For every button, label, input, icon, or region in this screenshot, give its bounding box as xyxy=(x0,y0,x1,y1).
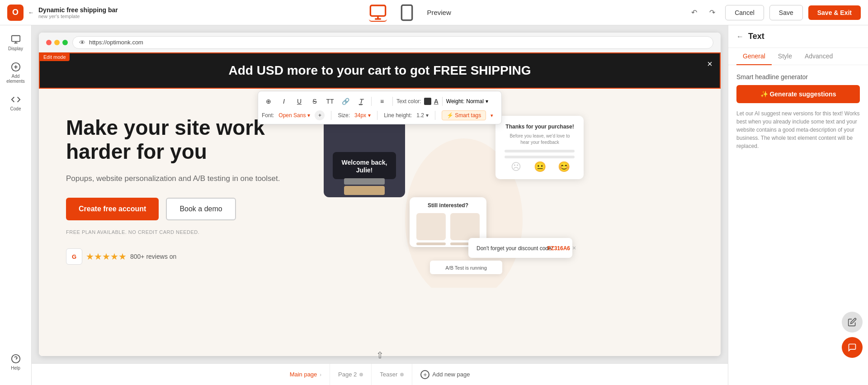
smart-tags-chevron[interactable]: ▾ xyxy=(491,113,493,119)
right-panel-header: ← Text xyxy=(728,25,868,48)
top-bar-center: Preview xyxy=(139,4,681,22)
panel-tabs: General Style Advanced xyxy=(728,48,868,65)
chat-fab-button[interactable] xyxy=(842,337,863,358)
main-page-label: Main page xyxy=(290,371,317,378)
svg-rect-0 xyxy=(371,5,386,16)
toolbar-row1: ⊕ I U S TT 🔗 T̲ ≡ Text color: A xyxy=(262,95,498,108)
back-button[interactable]: ← xyxy=(28,9,34,16)
add-font-btn[interactable]: + xyxy=(315,110,325,120)
svg-text:😊: 😊 xyxy=(558,161,571,173)
sidebar-item-display[interactable]: Display xyxy=(3,31,29,55)
line-height-value: 1.2 xyxy=(416,112,424,119)
line-height-selector[interactable]: 1.2 ▾ xyxy=(416,112,429,119)
sidebar-display-label: Display xyxy=(8,46,23,51)
line-height-chevron: ▾ xyxy=(426,112,429,119)
add-new-page-button[interactable]: + Add new page xyxy=(412,364,478,385)
sidebar-item-help[interactable]: Help xyxy=(3,350,29,374)
svg-text:Don't forget your discount cod: Don't forget your discount code: xyxy=(476,245,553,252)
panel-back-button[interactable]: ← xyxy=(736,33,744,41)
toolbar-underline-btn[interactable]: U xyxy=(292,95,306,108)
shipping-bar-popup[interactable]: Edit mode Add USD more to your cart to g… xyxy=(39,52,721,89)
svg-text:Still interested?: Still interested? xyxy=(428,202,468,209)
create-account-button[interactable]: Create free account xyxy=(66,198,159,220)
page-2-label: Page 2 xyxy=(338,371,357,378)
font-selector[interactable]: Open Sans ▾ xyxy=(278,112,310,119)
desktop-device-btn[interactable] xyxy=(369,4,387,22)
redo-button[interactable]: ↷ xyxy=(704,5,720,20)
svg-rect-26 xyxy=(416,242,446,245)
text-toolbar: ⊕ I U S TT 🔗 T̲ ≡ Text color: A xyxy=(258,91,502,124)
weight-label: Weight: xyxy=(446,98,464,105)
edit-fab-button[interactable] xyxy=(842,312,863,333)
size-selector[interactable]: 34px ▾ xyxy=(354,112,371,119)
toolbar-italic-btn[interactable]: I xyxy=(277,95,291,108)
tab-general[interactable]: General xyxy=(736,48,772,65)
sidebar-item-add-elements[interactable]: Add elements xyxy=(3,58,29,87)
g2-badge: G xyxy=(66,248,82,265)
book-demo-button[interactable]: Book a demo xyxy=(166,198,236,220)
toolbar-emoji-btn[interactable]: ⊕ xyxy=(262,95,275,108)
line-height-label: Line height: xyxy=(384,112,412,119)
shipping-bar-text[interactable]: Add USD more to your cart to got FREE SH… xyxy=(229,62,531,79)
svg-rect-33 xyxy=(505,156,575,158)
sidebar-bottom: Help xyxy=(3,350,29,380)
bottom-bar: Main page › Page 2 Teaser + Add new page xyxy=(32,363,728,385)
page-2-tab[interactable]: Page 2 xyxy=(330,364,372,385)
toolbar-text-transform-btn[interactable]: TT xyxy=(323,95,337,108)
underline-a: A xyxy=(434,98,439,105)
dot-yellow xyxy=(54,40,60,45)
save-button[interactable]: Save xyxy=(769,5,803,20)
sidebar-add-elements-label: Add elements xyxy=(5,74,26,84)
scroll-up-arrow[interactable]: ⇧ xyxy=(376,350,384,361)
top-bar: O ← Dynamic free shipping bar new yer's … xyxy=(0,0,868,25)
svg-text:Welcome back,: Welcome back, xyxy=(342,159,387,166)
save-exit-button[interactable]: Save & Exit xyxy=(808,5,861,20)
undo-button[interactable]: ↶ xyxy=(686,5,702,20)
toolbar-align-btn[interactable]: ≡ xyxy=(375,95,389,108)
shipping-bar-close[interactable]: × xyxy=(707,59,712,69)
page-2-dot xyxy=(359,373,363,376)
mobile-device-btn[interactable] xyxy=(398,4,416,22)
tab-style[interactable]: Style xyxy=(772,48,798,65)
color-swatch[interactable] xyxy=(424,98,431,105)
template-info: Dynamic free shipping bar new yer's temp… xyxy=(38,6,118,19)
stars: ★★★★★ xyxy=(86,251,127,262)
undo-redo-group: ↶ ↷ xyxy=(686,5,720,20)
svg-text:Thanks for your purchase!: Thanks for your purchase! xyxy=(505,124,574,130)
generate-suggestions-button[interactable]: ✨ Generate suggestions xyxy=(736,85,860,103)
weight-chevron[interactable]: ▾ xyxy=(486,98,488,105)
size-chevron: ▾ xyxy=(368,112,371,119)
sidebar-code-label: Code xyxy=(10,106,21,111)
svg-rect-3 xyxy=(402,5,412,20)
toolbar-text-style-btn[interactable]: T̲ xyxy=(354,95,368,108)
toolbar-divider5 xyxy=(377,111,377,120)
svg-text:FZ316A6: FZ316A6 xyxy=(547,245,570,252)
top-bar-right: ↶ ↷ Cancel Save Save & Exit xyxy=(686,5,861,20)
landing-right: Welcome back, Julie! [ Product image ] S… xyxy=(319,107,693,290)
svg-text:☹: ☹ xyxy=(511,161,521,172)
teaser-label: Teaser xyxy=(380,371,397,378)
toolbar-strikethrough-btn[interactable]: S xyxy=(308,95,321,108)
toolbar-divider4 xyxy=(331,111,331,120)
toolbar-link-btn[interactable]: 🔗 xyxy=(339,95,352,108)
chevron-right-icon: › xyxy=(320,372,321,377)
svg-rect-18 xyxy=(344,186,385,195)
toolbar-weight: Weight: Normal ▾ xyxy=(446,98,488,105)
landing-content: Make your site work harder for you Popup… xyxy=(39,89,721,356)
browser-url-bar[interactable]: 👁 https://optimonk.com xyxy=(72,36,713,49)
tab-advanced[interactable]: Advanced xyxy=(798,48,839,65)
svg-text:😐: 😐 xyxy=(534,161,547,173)
smart-tags-button[interactable]: ⚡ Smart tags xyxy=(442,110,486,120)
fab-container xyxy=(842,312,863,358)
svg-text:×: × xyxy=(572,244,576,252)
template-subtitle: new yer's template xyxy=(38,14,118,19)
main-page-tab[interactable]: Main page › xyxy=(282,364,330,385)
free-plan-note: FREE PLAN AVAILABLE. NO CREDIT CARD NEED… xyxy=(66,229,319,235)
browser-bar: 👁 https://optimonk.com xyxy=(39,33,721,52)
canvas-area: 👁 https://optimonk.com Edit mode Add USD… xyxy=(32,25,728,385)
toolbar-color-section: Text color: A xyxy=(396,98,439,105)
teaser-tab[interactable]: Teaser xyxy=(372,364,412,385)
cancel-button[interactable]: Cancel xyxy=(725,5,764,20)
sidebar-item-code[interactable]: Code xyxy=(3,91,29,115)
svg-rect-32 xyxy=(505,150,575,152)
